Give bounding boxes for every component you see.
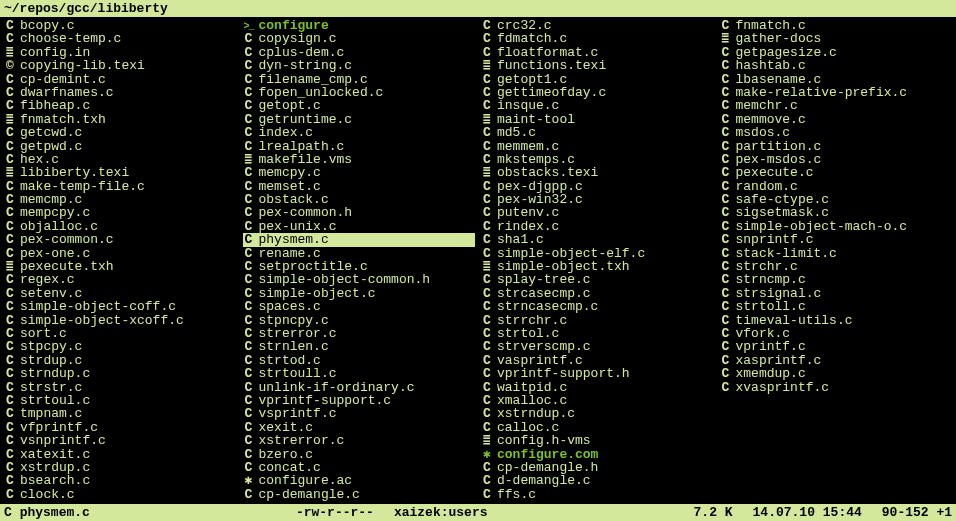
file-item[interactable]: getcwd.c: [4, 126, 237, 139]
file-item[interactable]: waitpid.c: [481, 381, 714, 394]
file-item[interactable]: spaces.c: [243, 300, 476, 313]
file-item[interactable]: xexit.c: [243, 421, 476, 434]
file-item[interactable]: pex-common.h: [243, 206, 476, 219]
file-item[interactable]: splay-tree.c: [481, 273, 714, 286]
file-item[interactable]: simple-object-common.h: [243, 273, 476, 286]
file-item[interactable]: make-relative-prefix.c: [720, 86, 953, 99]
file-item[interactable]: setenv.c: [4, 287, 237, 300]
file-item[interactable]: cp-demint.c: [4, 73, 237, 86]
file-item[interactable]: strncmp.c: [720, 273, 953, 286]
file-item[interactable]: regex.c: [4, 273, 237, 286]
file-item[interactable]: strtol.c: [481, 327, 714, 340]
file-item[interactable]: fnmatch.c: [720, 19, 953, 32]
file-item[interactable]: xmalloc.c: [481, 394, 714, 407]
file-item[interactable]: fdmatch.c: [481, 32, 714, 45]
file-item[interactable]: memchr.c: [720, 99, 953, 112]
file-item[interactable]: random.c: [720, 180, 953, 193]
file-item[interactable]: memcpy.c: [243, 166, 476, 179]
file-item[interactable]: xstrdup.c: [4, 461, 237, 474]
file-item[interactable]: simple-object-mach-o.c: [720, 220, 953, 233]
file-item[interactable]: vprintf-support.h: [481, 367, 714, 380]
file-item[interactable]: pex-unix.c: [243, 220, 476, 233]
file-item[interactable]: crc32.c: [481, 19, 714, 32]
file-item[interactable]: mempcpy.c: [4, 206, 237, 219]
file-item[interactable]: floatformat.c: [481, 46, 714, 59]
file-item[interactable]: safe-ctype.c: [720, 193, 953, 206]
file-item[interactable]: memset.c: [243, 180, 476, 193]
file-item[interactable]: clock.c: [4, 488, 237, 501]
file-item[interactable]: pex-one.c: [4, 247, 237, 260]
file-item[interactable]: stpncpy.c: [243, 314, 476, 327]
file-item[interactable]: choose-temp.c: [4, 32, 237, 45]
file-item[interactable]: functions.texi: [481, 59, 714, 72]
file-item[interactable]: stack-limit.c: [720, 247, 953, 260]
file-item[interactable]: filename_cmp.c: [243, 73, 476, 86]
file-item[interactable]: getopt.c: [243, 99, 476, 112]
file-item[interactable]: makefile.vms: [243, 153, 476, 166]
file-item[interactable]: vfork.c: [720, 327, 953, 340]
file-item[interactable]: pexecute.txh: [4, 260, 237, 273]
file-item[interactable]: bcopy.c: [4, 19, 237, 32]
file-item[interactable]: configure.com: [481, 448, 714, 461]
file-item[interactable]: hex.c: [4, 153, 237, 166]
file-item[interactable]: vprintf-support.c: [243, 394, 476, 407]
file-item[interactable]: xstrerror.c: [243, 434, 476, 447]
file-item[interactable]: strtoull.c: [243, 367, 476, 380]
file-item[interactable]: maint-tool: [481, 113, 714, 126]
file-item[interactable]: obstacks.texi: [481, 166, 714, 179]
file-item[interactable]: cp-demangle.c: [243, 488, 476, 501]
file-item[interactable]: bzero.c: [243, 448, 476, 461]
file-item[interactable]: timeval-utils.c: [720, 314, 953, 327]
file-item[interactable]: strerror.c: [243, 327, 476, 340]
file-item[interactable]: simple-object.c: [243, 287, 476, 300]
file-item[interactable]: md5.c: [481, 126, 714, 139]
file-item[interactable]: objalloc.c: [4, 220, 237, 233]
file-item[interactable]: simple-object-coff.c: [4, 300, 237, 313]
file-item[interactable]: memmove.c: [720, 113, 953, 126]
file-item[interactable]: vasprintf.c: [481, 354, 714, 367]
file-item[interactable]: unlink-if-ordinary.c: [243, 381, 476, 394]
file-item[interactable]: strtoul.c: [4, 394, 237, 407]
file-item[interactable]: rindex.c: [481, 220, 714, 233]
file-item[interactable]: strchr.c: [720, 260, 953, 273]
file-item[interactable]: strcasecmp.c: [481, 287, 714, 300]
file-item[interactable]: dwarfnames.c: [4, 86, 237, 99]
file-item[interactable]: physmem.c: [243, 233, 476, 246]
file-item[interactable]: memcmp.c: [4, 193, 237, 206]
file-item[interactable]: mkstemps.c: [481, 153, 714, 166]
file-item[interactable]: strstr.c: [4, 381, 237, 394]
file-item[interactable]: simple-object.txh: [481, 260, 714, 273]
file-item[interactable]: concat.c: [243, 461, 476, 474]
file-item[interactable]: strtod.c: [243, 354, 476, 367]
file-item[interactable]: hashtab.c: [720, 59, 953, 72]
file-item[interactable]: xstrndup.c: [481, 407, 714, 420]
file-item[interactable]: pex-common.c: [4, 233, 237, 246]
file-item[interactable]: vsprintf.c: [243, 407, 476, 420]
file-item[interactable]: config.h-vms: [481, 434, 714, 447]
file-item[interactable]: setproctitle.c: [243, 260, 476, 273]
file-item[interactable]: cplus-dem.c: [243, 46, 476, 59]
file-item[interactable]: make-temp-file.c: [4, 180, 237, 193]
file-item[interactable]: sha1.c: [481, 233, 714, 246]
file-item[interactable]: strdup.c: [4, 354, 237, 367]
file-item[interactable]: vprintf.c: [720, 340, 953, 353]
file-item[interactable]: configure: [243, 19, 476, 32]
file-item[interactable]: sort.c: [4, 327, 237, 340]
file-item[interactable]: vsnprintf.c: [4, 434, 237, 447]
file-item[interactable]: pex-msdos.c: [720, 153, 953, 166]
file-item[interactable]: bsearch.c: [4, 474, 237, 487]
file-item[interactable]: configure.ac: [243, 474, 476, 487]
file-item[interactable]: msdos.c: [720, 126, 953, 139]
file-item[interactable]: calloc.c: [481, 421, 714, 434]
file-item[interactable]: rename.c: [243, 247, 476, 260]
file-item[interactable]: obstack.c: [243, 193, 476, 206]
file-item[interactable]: xvasprintf.c: [720, 381, 953, 394]
file-item[interactable]: dyn-string.c: [243, 59, 476, 72]
file-item[interactable]: partition.c: [720, 140, 953, 153]
file-item[interactable]: snprintf.c: [720, 233, 953, 246]
file-item[interactable]: d-demangle.c: [481, 474, 714, 487]
file-item[interactable]: strverscmp.c: [481, 340, 714, 353]
file-item[interactable]: strrchr.c: [481, 314, 714, 327]
file-item[interactable]: sigsetmask.c: [720, 206, 953, 219]
file-item[interactable]: insque.c: [481, 99, 714, 112]
